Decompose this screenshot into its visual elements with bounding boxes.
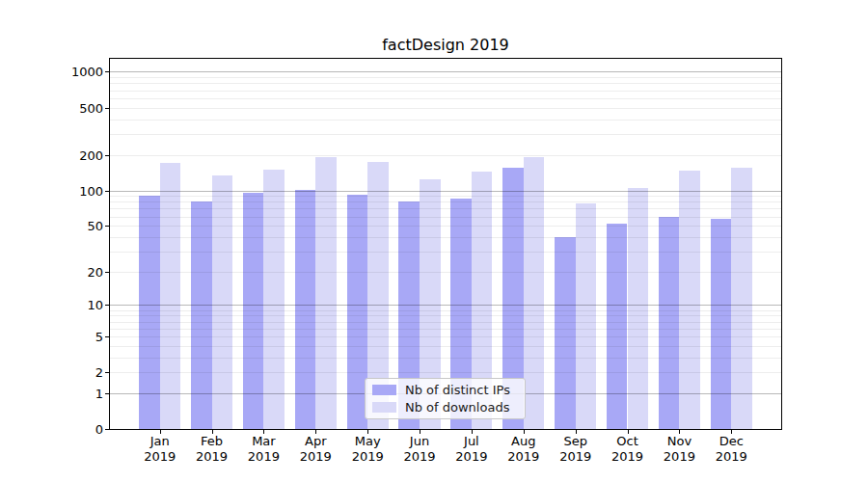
x-tick-label-aug: Aug2019 xyxy=(507,434,539,465)
x-tick-dec xyxy=(731,430,732,434)
gridline-major-100 xyxy=(110,191,781,192)
gridline-minor-800 xyxy=(110,83,781,84)
y-tick-1000 xyxy=(105,71,109,72)
y-tick-label-1: 1 xyxy=(95,387,103,399)
y-tick-label-100: 100 xyxy=(79,184,103,197)
gridline-minor-80 xyxy=(110,201,781,202)
bar-dec-downloads xyxy=(731,168,752,429)
bar-feb-downloads xyxy=(212,175,233,430)
y-tick-500 xyxy=(105,108,109,109)
gridline-minor-400 xyxy=(110,120,781,120)
gridline-minor-600 xyxy=(110,98,781,99)
gridline-minor-500 xyxy=(110,108,781,109)
x-tick-mar xyxy=(263,430,264,434)
legend-item-distinct-ips: Nb of distinct IPs xyxy=(372,383,518,397)
gridline-minor-40 xyxy=(110,237,781,238)
bar-apr-downloads xyxy=(315,157,337,429)
gridline-major-10 xyxy=(110,305,781,306)
bar-nov-distinct-ips xyxy=(659,217,680,429)
legend-swatch-distinct-ips xyxy=(372,385,396,395)
y-tick-label-5: 5 xyxy=(95,330,103,342)
chart-figure: factDesign 2019 Nb of distinct IPs Nb of… xyxy=(0,0,868,482)
gridline-minor-6 xyxy=(110,329,781,330)
x-tick-label-oct: Oct2019 xyxy=(611,434,643,465)
x-tick-jun xyxy=(420,430,420,434)
x-tick-label-apr: Apr2019 xyxy=(300,434,332,465)
y-tick-10 xyxy=(105,305,109,306)
x-tick-feb xyxy=(212,430,213,434)
gridline-minor-200 xyxy=(110,155,781,156)
x-tick-jan xyxy=(160,430,161,434)
gridline-minor-60 xyxy=(110,217,781,218)
gridline-minor-9 xyxy=(110,310,781,311)
x-tick-jul xyxy=(472,430,473,434)
gridline-minor-20 xyxy=(110,272,781,273)
x-tick-nov xyxy=(679,430,680,434)
chart-title: factDesign 2019 xyxy=(109,36,782,54)
y-tick-2 xyxy=(105,372,109,373)
legend-swatch-downloads xyxy=(372,402,396,413)
legend-label-distinct-ips: Nb of distinct IPs xyxy=(405,383,510,397)
y-tick-50 xyxy=(105,226,109,227)
gridline-minor-900 xyxy=(110,77,781,78)
y-tick-5 xyxy=(105,336,109,337)
y-tick-0 xyxy=(105,429,109,430)
gridline-minor-2 xyxy=(110,372,781,373)
x-tick-may xyxy=(367,430,368,434)
gridline-minor-3 xyxy=(110,358,781,359)
x-tick-label-may: May2019 xyxy=(352,434,384,465)
x-tick-label-sep: Sep2019 xyxy=(559,434,591,465)
gridline-minor-8 xyxy=(110,315,781,316)
bar-aug-downloads xyxy=(524,157,545,429)
gridline-minor-7 xyxy=(110,322,781,323)
gridline-minor-30 xyxy=(110,252,781,253)
bar-sep-distinct-ips xyxy=(555,237,576,429)
legend-item-downloads: Nb of downloads xyxy=(372,400,518,415)
y-tick-label-500: 500 xyxy=(79,101,103,114)
gridline-minor-90 xyxy=(110,196,781,197)
x-tick-label-dec: Dec2019 xyxy=(716,434,747,465)
x-tick-label-feb: Feb2019 xyxy=(196,434,228,465)
y-tick-20 xyxy=(105,272,109,273)
y-tick-100 xyxy=(105,191,109,192)
gridline-minor-700 xyxy=(110,91,781,92)
x-tick-label-jan: Jan2019 xyxy=(144,434,176,465)
x-tick-label-nov: Nov2019 xyxy=(664,434,695,465)
x-tick-apr xyxy=(315,430,316,434)
y-tick-200 xyxy=(105,155,109,156)
gridline-minor-5 xyxy=(110,336,781,337)
y-tick-label-1000: 1000 xyxy=(71,66,103,78)
y-tick-1 xyxy=(105,393,109,394)
x-tick-label-jul: Jul2019 xyxy=(455,434,487,465)
bar-jan-downloads xyxy=(160,163,181,429)
gridline-minor-70 xyxy=(110,208,781,209)
bar-oct-distinct-ips xyxy=(607,224,628,429)
x-tick-label-mar: Mar2019 xyxy=(248,434,280,465)
legend: Nb of distinct IPs Nb of downloads xyxy=(365,378,526,419)
y-tick-label-50: 50 xyxy=(87,220,103,232)
y-tick-label-2: 2 xyxy=(95,366,103,379)
y-tick-label-200: 200 xyxy=(79,148,103,161)
legend-label-downloads: Nb of downloads xyxy=(405,400,509,415)
y-tick-label-0: 0 xyxy=(95,423,103,436)
plot-area xyxy=(109,58,782,430)
y-tick-label-10: 10 xyxy=(87,299,103,311)
gridline-minor-50 xyxy=(110,226,781,227)
gridline-minor-300 xyxy=(110,134,781,135)
y-tick-label-20: 20 xyxy=(87,265,103,278)
x-tick-oct xyxy=(628,430,629,434)
x-tick-label-jun: Jun2019 xyxy=(403,434,435,465)
gridline-minor-4 xyxy=(110,346,781,347)
x-tick-aug xyxy=(524,430,525,434)
x-tick-sep xyxy=(576,430,577,434)
gridline-major-1000 xyxy=(110,71,781,72)
